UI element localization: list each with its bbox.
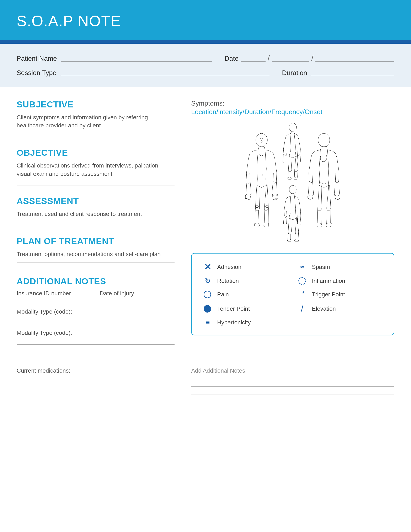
svg-point-10 [289,185,296,194]
modality1-label: Modality Type (code): [17,308,174,315]
left-bottom: Current medications: [17,367,174,404]
side-figures [281,122,304,243]
legend-tender-point: Tender Point [202,304,289,314]
svg-point-11 [318,133,330,147]
svg-point-3 [261,174,262,176]
assessment-line-2 [17,226,174,226]
patient-name-input[interactable] [61,55,212,62]
patient-name-label: Patient Name [17,55,57,62]
date-year-input[interactable] [315,55,394,62]
rotation-label: Rotation [217,278,239,284]
session-type-label: Session Type [17,69,57,77]
add-notes-line-3[interactable] [191,396,394,402]
body-back-figure [306,131,342,233]
date-sep-1: / [268,54,270,63]
assessment-section: ASSESSMENT Treatment used and client res… [17,196,174,226]
medications-line-2[interactable] [17,384,174,390]
subjective-section: SUBJECTIVE Client symptoms and informati… [17,100,174,137]
plan-line-2 [17,266,174,266]
add-notes-line-1[interactable] [191,380,394,387]
assessment-desc: Treatment used and client response to tr… [17,210,174,218]
symptoms-detail: Location/intensity/Duration/Frequency/On… [191,108,394,116]
medications-line-3[interactable] [17,392,174,398]
modality2-group: Modality Type (code): [17,330,174,344]
trigger-point-icon: ʻ [297,290,307,299]
date-sep-2: / [311,54,313,63]
svg-line-1 [258,146,259,150]
modality2-input[interactable] [17,338,174,344]
objective-section: OBJECTIVE Clinical observations derived … [17,148,174,186]
svg-line-2 [264,146,265,150]
legend-inflammation: Inflammation [297,277,383,285]
adhesion-label: Adhesion [217,264,241,270]
patient-row-1: Patient Name Date / / [17,54,394,63]
bottom-section: Current medications: Add Additional Note… [0,367,411,417]
legend-pain: Pain [202,290,289,299]
duration-input[interactable] [311,70,394,76]
rotation-icon: ↻ [202,277,212,285]
add-notes-line-2[interactable] [191,388,394,394]
insurance-id-input[interactable] [17,299,91,305]
inflammation-label: Inflammation [312,278,345,284]
session-type-field: Session Type [17,69,269,77]
date-field: Date / / [224,54,394,63]
insurance-date-row: Insurance ID number Date of injury [17,290,174,307]
plan-desc: Treatment options, recommendations and s… [17,250,174,258]
objective-title: OBJECTIVE [17,148,174,158]
medications-line-1[interactable] [17,376,174,382]
subjective-title: SUBJECTIVE [17,100,174,110]
svg-line-12 [320,146,321,150]
legend-adhesion: ✕ Adhesion [202,262,289,272]
insurance-id-label: Insurance ID number [17,290,91,297]
body-front-figure [244,131,279,233]
additional-notes-section: ADDITIONAL NOTES Insurance ID number Dat… [17,276,174,344]
date-month-input[interactable] [241,55,266,62]
hypertonicity-label: Hypertonicity [217,319,251,326]
symptoms-label: Symptoms: [191,100,394,107]
tender-point-label: Tender Point [217,305,250,312]
objective-line-1 [17,182,174,182]
assessment-line-1 [17,222,174,222]
pain-label: Pain [217,291,229,298]
elevation-label: Elevation [312,305,336,312]
assessment-title: ASSESSMENT [17,196,174,206]
date-injury-col: Date of injury [100,290,174,307]
left-column: SUBJECTIVE Client symptoms and informati… [17,100,174,355]
modality1-input[interactable] [17,317,174,323]
legend-trigger-point: ʻ Trigger Point [297,290,383,299]
svg-line-13 [326,146,327,150]
medications-label: Current medications: [17,367,174,374]
right-bottom: Add Additional Notes [191,367,394,404]
inflammation-icon [297,277,307,285]
page-title: S.O.A.P NOTE [17,12,394,29]
date-day-input[interactable] [272,55,309,62]
subjective-line-2 [17,137,174,137]
patient-row-2: Session Type Duration [17,69,394,77]
svg-point-4 [256,206,258,208]
svg-point-9 [289,123,296,131]
date-of-injury-label: Date of injury [100,290,174,297]
date-of-injury-input[interactable] [100,299,174,305]
session-type-input[interactable] [61,70,270,76]
right-column: Symptoms: Location/intensity/Duration/Fr… [191,100,394,355]
insurance-col: Insurance ID number [17,290,91,307]
patient-name-field: Patient Name [17,55,212,62]
legend-hypertonicity: ≡ Hypertonicity [202,318,289,326]
tender-point-icon [202,305,212,313]
spasm-label: Spasm [312,264,330,270]
body-side-top-figure [281,122,304,180]
duration-label: Duration [282,69,307,77]
date-label: Date [224,55,239,62]
legend-box: ✕ Adhesion ≈ Spasm ↻ Rotation Inflammati… [191,253,394,335]
body-side-bottom-figure [282,184,303,243]
trigger-point-label: Trigger Point [312,291,345,298]
legend-rotation: ↻ Rotation [202,277,289,285]
subjective-desc: Client symptoms and information given by… [17,113,174,129]
plan-title: PLAN OF TREATMENT [17,236,174,246]
legend-elevation: / Elevation [297,304,383,314]
header-bar [0,40,411,44]
patient-info-section: Patient Name Date / / Session Type Durat… [0,44,411,87]
add-notes-label: Add Additional Notes [191,367,394,374]
medications-group: Current medications: [17,367,174,398]
spasm-icon: ≈ [297,264,307,271]
